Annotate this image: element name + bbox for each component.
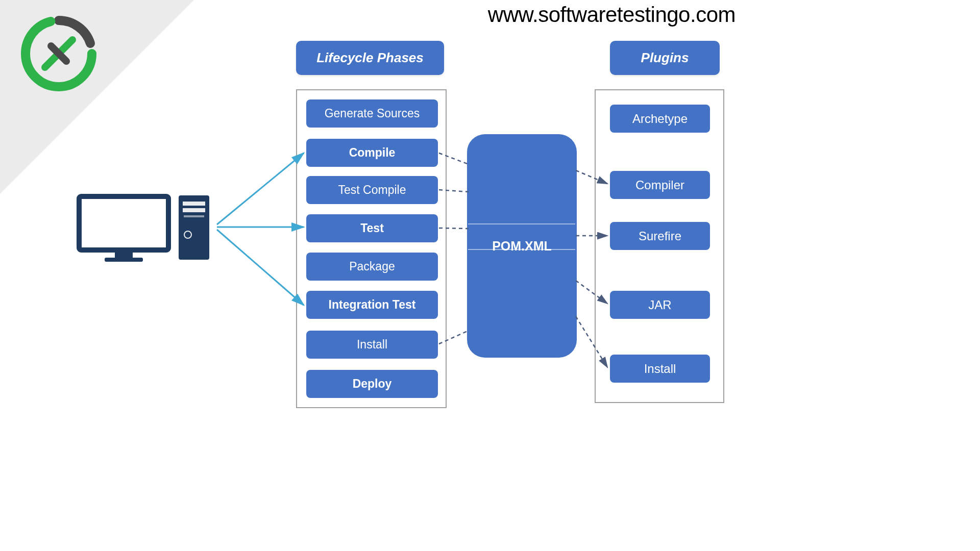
svg-rect-8 [184,215,204,217]
pom-divider-bot [468,249,575,250]
plugin-jar: JAR [610,291,710,319]
pom-divider-top [468,223,575,224]
pom-xml-box: POM.XML [467,134,577,358]
phase-generate-sources: Generate Sources [306,99,438,128]
computer-icon [77,194,214,265]
plugin-install: Install [610,355,710,383]
svg-line-10 [217,153,304,224]
svg-rect-2 [79,196,168,250]
plugin-compiler: Compiler [610,171,710,199]
plugin-surefire: Surefire [610,222,710,250]
svg-rect-6 [183,202,205,206]
lifecycle-phases-header: Lifecycle Phases [296,41,444,75]
phase-compile: Compile [306,139,438,167]
phase-integration-test: Integration Test [306,291,438,319]
svg-rect-7 [183,208,205,212]
phase-install: Install [306,331,438,359]
logo-icon [20,15,97,92]
lifecycle-phases-container [296,89,447,408]
phase-test-compile: Test Compile [306,176,438,204]
phase-test: Test [306,214,438,242]
plugins-header: Plugins [610,41,720,75]
website-url: www.softwaretestingo.com [488,3,736,27]
svg-rect-3 [115,252,133,258]
phase-package: Package [306,253,438,281]
phase-deploy: Deploy [306,370,438,398]
svg-line-12 [217,230,304,305]
svg-rect-4 [105,258,143,262]
plugin-archetype: Archetype [610,105,710,133]
